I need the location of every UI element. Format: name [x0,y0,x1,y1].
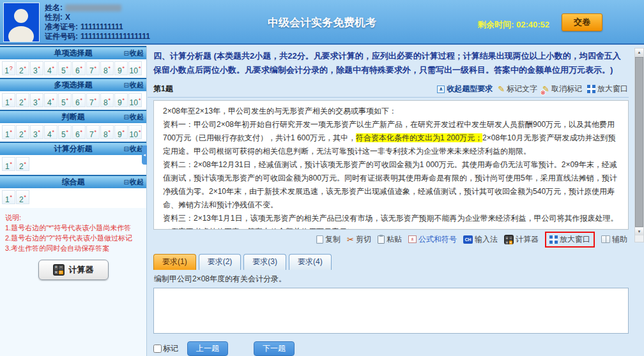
question-number: 4 [47,130,52,139]
answer-input[interactable] [153,288,629,334]
question-cell[interactable]: 5* [58,125,72,139]
question-cell[interactable]: 7* [86,125,100,139]
content-scrollbar[interactable]: ▲ ▼ [634,48,644,242]
requirement-text: 编制甲公司2×08年度的有关会计分录。 [148,270,644,288]
section-header: 计算分析题 ⊟收起 [0,142,146,155]
collapse-label: 收起 [130,80,144,90]
question-grid: 1* 2* 3* 4* 5* 6* 7* 8* 9* 10* [0,91,146,110]
tab-requirement-4[interactable]: 要求(4) [289,254,332,270]
scissors-icon: ✂ [347,235,354,244]
question-cell[interactable]: 7* [86,93,100,107]
question-cell[interactable]: 7* [86,61,100,75]
scroll-down-icon[interactable]: ▼ [635,228,643,235]
question-cell[interactable]: 9* [114,61,128,75]
question-cell[interactable]: 2* [16,157,29,171]
question-cell[interactable]: 3* [30,125,43,139]
question-cell[interactable]: 4* [44,125,57,139]
question-cell[interactable]: 10* [128,61,142,75]
highlighted-text: 符合资本化条件的支出为1 200万元； [356,133,482,142]
question-mark: * [10,194,13,200]
question-mark: * [109,129,111,135]
calculator-toolbar-label: 计算器 [516,234,539,245]
question-grid: 1* 2* [0,188,146,208]
formula-symbols-button[interactable]: ± 公式和符号 [408,234,457,245]
collapse-up-icon: ∧ [437,85,445,93]
question-cell[interactable]: 3* [30,93,43,107]
clipboard-icon [378,235,385,244]
question-cell[interactable]: 1* [2,125,15,139]
zoom-window-button-bottom[interactable]: 放大窗口 [549,234,590,245]
section-header: 多项选择题 ⊟收起 [0,78,146,91]
question-cell[interactable]: 1? [2,61,15,75]
collapse-toggle[interactable]: ⊟收起 [124,112,144,122]
collapse-requirements-button[interactable]: ∧ 收起题型要求 [437,84,493,94]
question-cell[interactable]: 2* [16,61,29,75]
tab-requirement-2[interactable]: 要求(2) [199,254,241,270]
scrollbar-thumb[interactable] [635,57,643,227]
question-mark: * [80,129,83,135]
sidebar-section-single-choice: 单项选择题 ⊟收起 1? 2* 3* 4* 5* 6* 7* 8* 9* 10* [0,46,146,78]
question-cell[interactable]: 3* [30,61,43,75]
mark-question-checkbox[interactable] [153,345,162,353]
question-cell[interactable]: 6* [72,93,86,107]
collapse-toggle[interactable]: ⊟收起 [124,48,144,58]
paste-button[interactable]: 粘贴 [378,234,402,245]
copy-button[interactable]: 复制 [316,234,341,245]
zoom-window-button-top[interactable]: 放大窗口 [587,84,628,94]
calculator-toolbar-button[interactable]: +−×= 计算器 [504,234,539,245]
notes-line: 1.题号右边的"*"符号代表该小题尚未作答 [5,223,141,233]
question-cell[interactable]: 5* [58,93,72,107]
question-cell[interactable]: 2* [16,93,29,107]
collapse-box-icon: ⊟ [124,179,129,186]
question-cell[interactable]: 4* [44,93,57,107]
gender-value: X [65,13,70,22]
exam-window: 姓名: 性别: X 准考证号: 11111111111 证件号码: 111111… [0,0,644,356]
calculator-button[interactable]: +−×= 计算器 [38,260,109,280]
question-cell[interactable]: 1* [2,157,15,171]
question-cell[interactable]: 9* [114,125,128,139]
scroll-up-icon[interactable]: ▲ [635,48,643,56]
question-cell[interactable]: 6* [72,61,86,75]
collapse-toggle[interactable]: ⊟收起 [124,177,144,187]
question-cell[interactable]: 8* [100,61,114,75]
question-mark: * [66,97,69,103]
submit-paper-button[interactable]: 交卷 [562,13,602,31]
assist-button[interactable]: 辅助 [601,234,627,245]
question-number: 5 [61,98,66,107]
question-cell[interactable]: 1* [2,93,15,107]
question-cell[interactable]: 10* [128,125,142,139]
collapse-toggle[interactable]: ⊟收起 [124,144,144,154]
question-grid: 1? 2* 3* 4* 5* 6* 7* 8* 9* 10* [0,59,146,78]
sidebar-collapse-handle[interactable]: ◂ [142,145,147,165]
person-silhouette-icon [4,3,39,41]
question-cell[interactable]: 5* [58,61,72,75]
tab-requirement-3[interactable]: 要求(3) [243,254,286,270]
zoom-window-bottom-label: 放大窗口 [560,234,590,245]
question-number: 8 [103,66,108,75]
question-cell[interactable]: 10* [128,93,142,107]
question-cell[interactable]: 8* [100,93,114,107]
cut-button[interactable]: ✂ 剪切 [347,234,371,245]
question-cell[interactable]: 2* [16,125,29,139]
notes-line: 3.考生作答的同时会自动保存答案 [5,243,141,253]
question-mark: * [139,129,141,135]
next-question-button[interactable]: 下一题 [254,341,295,356]
question-mark: * [10,97,13,103]
question-mark: * [95,97,97,103]
previous-question-button[interactable]: 上一题 [187,341,228,356]
question-cell[interactable]: 2* [16,190,29,204]
question-cell[interactable]: 6* [72,125,86,139]
input-method-button[interactable]: CH 输入法 [463,234,498,245]
ticket-value: 11111111111 [80,22,123,32]
question-cell[interactable]: 4* [44,61,57,75]
tab-requirement-1[interactable]: 要求(1) [153,254,196,270]
question-cell[interactable]: 8* [100,125,114,139]
section-title: 单项选择题 [54,48,93,59]
question-type-instructions: 四、计算分析题 (本类题共2小题，共22分。凡要求计算的，应列出必要的计算过程；… [148,45,644,81]
question-cell[interactable]: 9* [114,93,128,107]
highlight-text-button[interactable]: ✎ 标记文字 [498,84,537,94]
expand-window-icon [549,235,558,244]
question-cell[interactable]: 1* [2,190,15,204]
collapse-toggle[interactable]: ⊟收起 [124,80,144,90]
remove-highlight-button[interactable]: ✎⊗ 取消标记 [542,84,582,94]
